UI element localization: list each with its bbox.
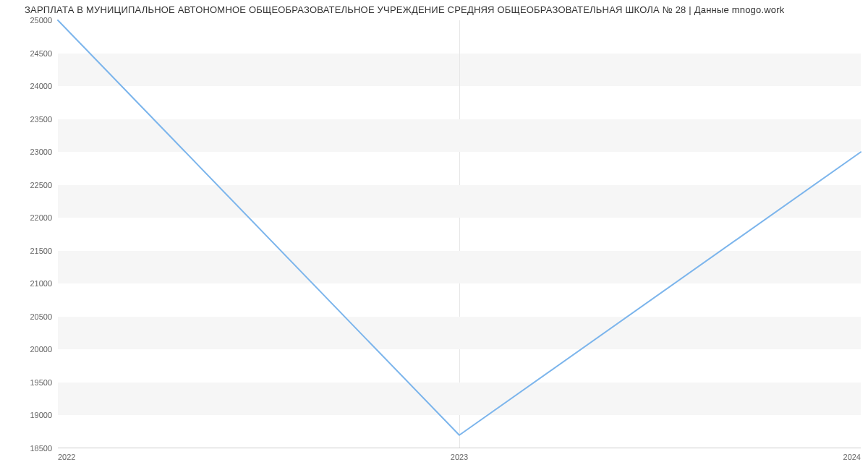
y-tick-label: 18500 (30, 444, 58, 453)
line-layer (58, 20, 861, 448)
x-tick-label: 2023 (451, 448, 468, 461)
y-tick-label: 25000 (30, 16, 58, 25)
y-tick-label: 20500 (30, 312, 58, 321)
y-tick-label: 24500 (30, 49, 58, 58)
plot-area: 1850019000195002000020500210002150022000… (58, 20, 861, 448)
y-tick-label: 24000 (30, 82, 58, 90)
y-tick-label: 23500 (30, 115, 58, 124)
salary-series-line (58, 20, 861, 435)
y-tick-label: 20000 (30, 345, 58, 354)
y-tick-label: 21000 (30, 279, 58, 288)
y-tick-label: 19500 (30, 378, 58, 387)
x-tick-label: 2024 (843, 448, 861, 461)
y-tick-label: 19000 (30, 411, 58, 419)
chart-container: ЗАРПЛАТА В МУНИЦИПАЛЬНОЕ АВТОНОМНОЕ ОБЩЕ… (0, 0, 868, 470)
y-tick-label: 21500 (30, 247, 58, 255)
chart-title: ЗАРПЛАТА В МУНИЦИПАЛЬНОЕ АВТОНОМНОЕ ОБЩЕ… (25, 4, 785, 15)
y-tick-label: 22500 (30, 181, 58, 189)
y-tick-label: 22000 (30, 213, 58, 222)
y-tick-label: 23000 (30, 148, 58, 156)
x-tick-label: 2022 (58, 448, 75, 461)
